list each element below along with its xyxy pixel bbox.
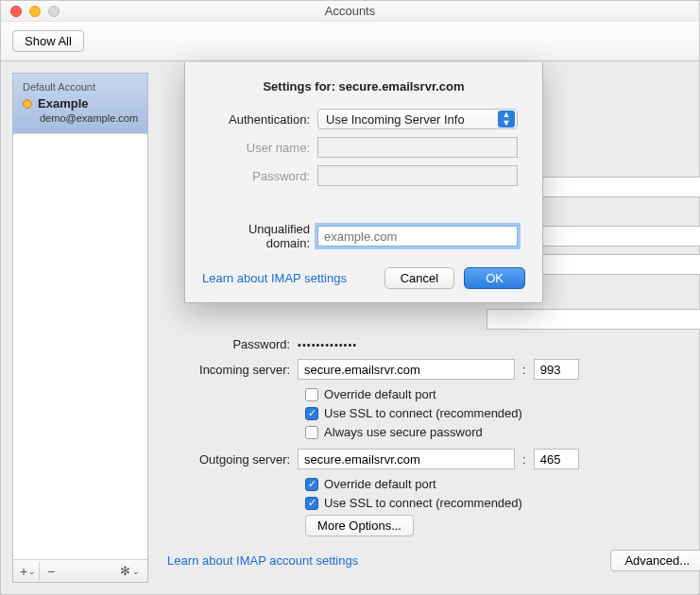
gear-icon: ✻ <box>120 564 130 578</box>
account-email: demo@example.com <box>40 112 138 124</box>
username-label: User name: <box>202 141 317 155</box>
password-value: ••••••••••••• <box>298 339 357 350</box>
incoming-override-port-label: Override default port <box>324 387 436 401</box>
sheet-password-label: Password: <box>202 169 317 183</box>
account-item[interactable]: Default Account Example demo@example.com <box>13 74 147 134</box>
incoming-port-input[interactable] <box>534 359 579 380</box>
advanced-button[interactable]: Advanced... <box>610 550 700 571</box>
password-label: Password: <box>167 337 298 351</box>
plus-icon: + <box>20 564 27 579</box>
incoming-secure-pw-label: Always use secure password <box>324 425 483 439</box>
outgoing-port-input[interactable] <box>534 449 579 469</box>
sidebar-actions-button[interactable]: ✻⌄ <box>115 564 144 578</box>
authentication-label: Authentication: <box>202 112 317 127</box>
hidden-field-4[interactable] <box>487 309 700 330</box>
toolbar: Show All <box>1 22 699 61</box>
minus-icon: − <box>47 564 55 579</box>
port-separator: : <box>515 363 534 377</box>
remove-account-button[interactable]: − <box>40 562 62 581</box>
show-all-button[interactable]: Show All <box>12 30 84 52</box>
sidebar-footer: +⌄ − ✻⌄ <box>13 559 147 582</box>
add-account-button[interactable]: +⌄ <box>17 562 40 581</box>
learn-imap-account-link[interactable]: Learn about IMAP account settings <box>167 553 358 568</box>
incoming-ssl-checkbox[interactable]: ✓ <box>305 407 318 420</box>
account-header-label: Default Account <box>23 81 138 93</box>
incoming-ssl-label: Use SSL to connect (recommended) <box>324 406 522 420</box>
authentication-value: Use Incoming Server Info <box>326 112 465 127</box>
port-separator: : <box>515 452 534 467</box>
popup-arrows-icon: ▲▼ <box>498 110 515 128</box>
titlebar: Accounts <box>1 1 699 22</box>
learn-imap-settings-link[interactable]: Learn about IMAP settings <box>202 271 347 285</box>
outgoing-server-label: Outgoing server: <box>167 452 298 467</box>
authentication-popup[interactable]: Use Incoming Server Info ▲▼ <box>317 109 518 129</box>
incoming-secure-pw-checkbox[interactable] <box>305 426 318 439</box>
chevron-down-icon: ⌄ <box>28 567 36 576</box>
outgoing-ssl-label: Use SSL to connect (recommended) <box>324 496 522 510</box>
status-dot-icon <box>23 99 32 109</box>
incoming-override-port-checkbox[interactable] <box>305 388 318 401</box>
sheet-password-input <box>317 165 518 186</box>
window-title: Accounts <box>1 4 699 18</box>
ok-button[interactable]: OK <box>464 267 525 289</box>
outgoing-ssl-checkbox[interactable]: ✓ <box>305 497 318 510</box>
outgoing-server-input[interactable] <box>298 449 515 469</box>
cancel-button[interactable]: Cancel <box>384 267 454 289</box>
unqualified-domain-input[interactable] <box>317 226 518 246</box>
outgoing-override-port-checkbox[interactable]: ✓ <box>305 478 318 491</box>
outgoing-override-port-label: Override default port <box>324 477 436 491</box>
accounts-window: Accounts Show All Default Account Exampl… <box>0 0 700 595</box>
more-options-button[interactable]: More Options... <box>305 515 414 536</box>
smtp-settings-sheet: Settings for: secure.emailsrvr.com Authe… <box>184 62 543 303</box>
account-name: Example <box>38 96 88 110</box>
username-input <box>317 137 518 158</box>
chevron-down-icon: ⌄ <box>132 567 140 576</box>
incoming-server-label: Incoming server: <box>167 363 298 377</box>
sheet-header: Settings for: secure.emailsrvr.com <box>202 79 525 94</box>
incoming-server-input[interactable] <box>298 359 515 380</box>
accounts-sidebar: Default Account Example demo@example.com… <box>12 73 148 583</box>
unqualified-domain-label: Unqualified domain: <box>202 222 317 250</box>
